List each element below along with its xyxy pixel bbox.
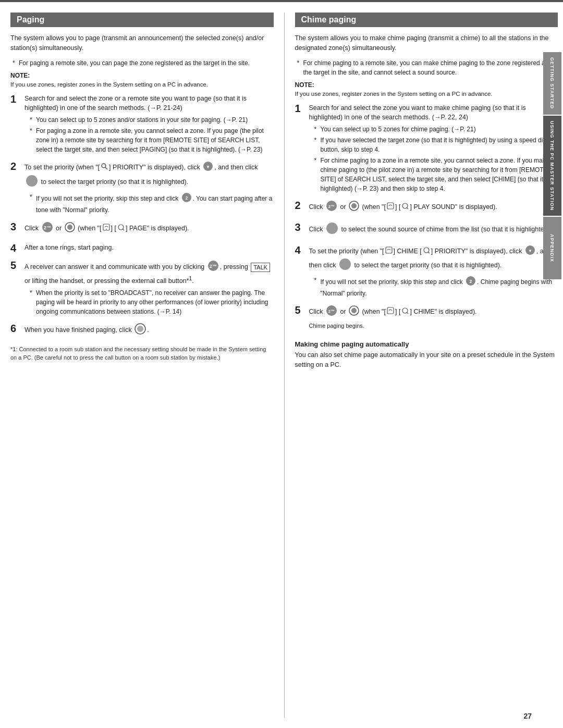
left-intro: The system allows you to page (transmit … bbox=[10, 33, 274, 53]
right-bullet-1: For chime paging to a remote site, you c… bbox=[303, 58, 558, 77]
step-content-5: A receiver can answer it and communicate… bbox=[25, 260, 274, 318]
right-step-1-subbullets: You can select up to 5 zones for chime p… bbox=[314, 125, 558, 193]
left-step-6: 6 When you have finished paging, click . bbox=[10, 323, 274, 340]
small-icon-s2d: 2 bbox=[181, 192, 192, 205]
svg-line-14 bbox=[123, 229, 124, 230]
icon-rs4d bbox=[339, 258, 351, 274]
step-number-5: 5 bbox=[10, 259, 22, 272]
sidebar-tab-appendix-label: APPENDIX bbox=[549, 234, 555, 262]
left-section-title: Paging bbox=[10, 13, 274, 27]
right-step-number-3: 3 bbox=[295, 221, 307, 233]
making-chime-title: Making chime paging automatically bbox=[295, 340, 558, 348]
right-step-5: 5 Click 2™ or (when "[] [] CHIME" is dis… bbox=[295, 305, 558, 332]
right-step-3: 3 Click to select the sound source of ch… bbox=[295, 222, 558, 240]
page-number: 27 bbox=[523, 712, 532, 720]
right-note-text: If you use zones, register zones in the … bbox=[295, 90, 558, 98]
icon-rs4b bbox=[423, 246, 430, 257]
left-step-5: 5 A receiver can answer it and communica… bbox=[10, 260, 274, 318]
right-step-4: 4 To set the priority (when "[] CHIME []… bbox=[295, 245, 558, 300]
icon-rs5b bbox=[349, 305, 359, 319]
step-4-text: After a tone rings, start paging. bbox=[25, 243, 274, 253]
step-5-subbullets: When the priority is set to "BROADCAST",… bbox=[30, 288, 274, 316]
step-number-4: 4 bbox=[10, 242, 22, 254]
step-1-sub-1: You can select up to 5 zones and/or stat… bbox=[30, 115, 274, 125]
sidebar-tabs: GETTING STARTED USING THE PC MASTER STAT… bbox=[541, 0, 563, 728]
icon-s3a: 2™ bbox=[42, 221, 53, 236]
svg-line-41 bbox=[407, 312, 408, 314]
icon-s3d bbox=[117, 224, 125, 234]
step-content-1: Search for and select the zone or a remo… bbox=[25, 94, 274, 156]
step-2-sub-1: If you will not set the priority, skip t… bbox=[30, 192, 274, 215]
right-step-content-3: Click to select the sound source of chim… bbox=[309, 222, 558, 240]
sidebar-tab-using-pc[interactable]: USING THE PC MASTER STATION bbox=[543, 116, 561, 216]
right-step-content-2: Click 2™ or (when "[] [] PLAY SOUND" is … bbox=[309, 200, 558, 217]
svg-point-32 bbox=[339, 258, 351, 270]
step-number-1: 1 bbox=[10, 93, 22, 105]
svg-text:▼: ▼ bbox=[206, 165, 210, 169]
right-note-label: NOTE: bbox=[295, 81, 558, 89]
svg-line-1 bbox=[105, 167, 107, 169]
right-step-1-sub-1: You can select up to 5 zones for chime p… bbox=[314, 125, 558, 134]
step-2-subbullets: If you will not set the priority, skip t… bbox=[30, 192, 274, 215]
right-section-title: Chime paging bbox=[295, 13, 558, 27]
left-step-3: 3 Click 2™ or (when "[] [] PAGE" is disp… bbox=[10, 221, 274, 238]
icon-rs4e: 2 bbox=[466, 276, 476, 289]
icon-rs2d bbox=[401, 202, 409, 213]
right-step-1-text: Search for and select the zone you want … bbox=[309, 103, 558, 123]
svg-text:2™: 2™ bbox=[44, 225, 51, 230]
sidebar-tab-getting-started[interactable]: GETTING STARTED bbox=[543, 52, 561, 115]
right-step-1-sub-3: For chime paging to a zone in a remote s… bbox=[314, 156, 558, 193]
step-1-subbullets: You can select up to 5 zones and/or stat… bbox=[30, 115, 274, 154]
right-step-3-text: Click to select the sound source of chim… bbox=[309, 222, 558, 238]
right-step-number-5: 5 bbox=[295, 304, 307, 316]
icon-rs4c: ▼ bbox=[525, 245, 535, 258]
step-1-text: Search for and select the zone or a remo… bbox=[25, 94, 274, 114]
right-step-number-4: 4 bbox=[295, 244, 307, 256]
right-step-4-subbullets: If you will not set the priority, skip t… bbox=[314, 276, 558, 298]
icon-rs3a bbox=[326, 222, 338, 238]
right-column: Chime paging The system allows you to ma… bbox=[285, 13, 558, 718]
step-6-text: When you have finished paging, click . bbox=[25, 323, 274, 338]
footnote-section: *1: Connected to a room sub station and … bbox=[10, 345, 274, 362]
svg-text:2: 2 bbox=[470, 279, 472, 284]
step-5-sub-1: When the priority is set to "BROADCAST",… bbox=[30, 288, 274, 316]
svg-rect-27 bbox=[386, 247, 392, 253]
right-step-2-text: Click 2™ or (when "[] [] PLAY SOUND" is … bbox=[309, 200, 558, 215]
icon-s3b bbox=[65, 222, 75, 236]
icon-s5a: 2™ bbox=[207, 260, 219, 275]
right-step-5-text: Click 2™ or (when "[] [] CHIME" is displ… bbox=[309, 305, 558, 319]
svg-rect-39 bbox=[387, 307, 394, 314]
left-step-2: 2 To set the priority (when "[] PRIORITY… bbox=[10, 161, 274, 216]
step-1-sub-2: For paging a zone in a remote site, you … bbox=[30, 126, 274, 154]
svg-text:2™: 2™ bbox=[328, 204, 335, 209]
svg-rect-23 bbox=[387, 203, 394, 209]
right-step-5-after: Chime paging begins. bbox=[309, 322, 558, 330]
svg-line-25 bbox=[407, 207, 408, 209]
step-number-3: 3 bbox=[10, 220, 22, 233]
right-step-content-4: To set the priority (when "[] CHIME [] P… bbox=[309, 245, 558, 300]
step-content-2: To set the priority (when "[] PRIORITY" … bbox=[25, 161, 274, 216]
svg-point-26 bbox=[326, 223, 338, 234]
page-container: Paging The system allows you to page (tr… bbox=[0, 2, 563, 728]
right-step-4-sub-1: If you will not set the priority, skip t… bbox=[314, 276, 558, 298]
circle-icon-s2b: ▼ bbox=[203, 161, 213, 175]
icon-rs2b bbox=[349, 201, 359, 214]
step-2-text: To set the priority (when "[] PRIORITY" … bbox=[25, 161, 274, 190]
svg-text:2™: 2™ bbox=[328, 309, 335, 314]
svg-point-22 bbox=[351, 203, 357, 208]
svg-point-10 bbox=[67, 225, 72, 230]
icon-rs5a: 2™ bbox=[326, 305, 337, 319]
left-note-text: If you use zones, register zones in the … bbox=[10, 80, 274, 89]
svg-point-0 bbox=[102, 164, 106, 168]
svg-point-38 bbox=[351, 308, 357, 313]
icon-s3c bbox=[103, 224, 110, 234]
svg-point-18 bbox=[137, 326, 143, 332]
left-column: Paging The system allows you to page (tr… bbox=[10, 13, 285, 718]
step-3-text: Click 2™ or (when "[] [] PAGE" is displa… bbox=[25, 221, 274, 236]
step-content-3: Click 2™ or (when "[] [] PAGE" is displa… bbox=[25, 221, 274, 238]
sidebar-tab-appendix[interactable]: APPENDIX bbox=[543, 217, 561, 279]
svg-text:2: 2 bbox=[185, 195, 188, 201]
step-content-4: After a tone rings, start paging. bbox=[25, 243, 274, 255]
main-content: Paging The system allows you to page (tr… bbox=[0, 2, 563, 728]
icon-rs2c bbox=[387, 202, 394, 213]
